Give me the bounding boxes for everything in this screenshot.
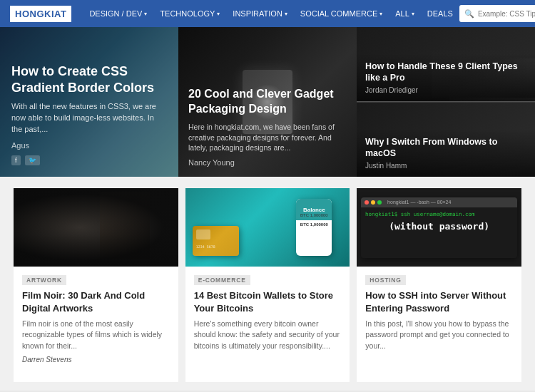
terminal-window: hongkiat1 — -bash — 80×24 hongkiat1$ ssh…	[361, 197, 517, 258]
search-box[interactable]: 🔍	[459, 5, 535, 22]
navigation: HONGKIAT DESIGN / DEV ▾ TECHNOLOGY ▾ INS…	[0, 0, 535, 27]
chevron-down-icon: ▾	[412, 11, 414, 17]
chevron-down-icon: ▾	[379, 11, 382, 17]
article-meta: E-COMMERCE 14 Best Bitcoin Wallets to St…	[185, 267, 350, 356]
credit-card-visual: 1234 5678	[193, 226, 239, 256]
article-thumbnail: hongkiat1 — -bash — 80×24 hongkiat1$ ssh…	[357, 188, 521, 267]
hero-sub-title: Why I Switch From Windows to macOS	[365, 136, 526, 160]
hero-title: How to Create CSS Gradient Border Colors	[11, 63, 167, 96]
twitter-icon: 🐦	[29, 157, 36, 164]
terminal-body: hongkiat1$ ssh username@domain.com (with…	[361, 207, 517, 235]
article-meta: HOSTING How to SSH into Server Without E…	[357, 267, 521, 356]
terminal-titlebar: hongkiat1 — -bash — 80×24	[361, 197, 517, 207]
nav-technology[interactable]: TECHNOLOGY ▾	[153, 0, 226, 27]
nav-deals[interactable]: DEALS	[421, 0, 459, 27]
terminal-minimize-dot	[371, 200, 375, 205]
article-thumbnail	[14, 188, 178, 267]
hero-social-buttons: f 🐦	[11, 155, 167, 165]
search-input[interactable]	[478, 10, 535, 18]
nav-social-commerce[interactable]: SOCIAL COMMERCE ▾	[294, 0, 389, 27]
terminal-prompt: hongkiat1$ ssh username@domain.com	[365, 211, 513, 217]
chevron-down-icon: ▾	[217, 11, 220, 17]
facebook-button[interactable]: f	[11, 155, 21, 165]
article-title: How to SSH into Server Without Entering …	[365, 289, 513, 314]
article-title: 14 Best Bitcoin Wallets to Store Your Bi…	[194, 289, 342, 314]
nav-links: DESIGN / DEV ▾ TECHNOLOGY ▾ INSPIRATION …	[83, 0, 459, 27]
twitter-button[interactable]: 🐦	[25, 155, 40, 165]
article-card-film-noir[interactable]: ARTWORK Film Noir: 30 Dark And Cold Digi…	[14, 188, 178, 382]
article-category: E-COMMERCE	[194, 275, 250, 285]
article-category: ARTWORK	[22, 275, 66, 285]
hero-sub-author: Justin Hamm	[365, 162, 526, 170]
nav-design-dev[interactable]: DESIGN / DEV ▾	[83, 0, 153, 27]
terminal-maximize-dot	[377, 200, 382, 205]
phone-visual: Balance BTC 1,000000	[296, 199, 332, 256]
hero-sub-card-switch[interactable]: Why I Switch From Windows to macOS Justi…	[357, 102, 535, 177]
hero-sub-title: How to Handle These 9 Client Types like …	[365, 61, 526, 84]
chevron-down-icon: ▾	[144, 11, 147, 17]
chevron-down-icon: ▾	[285, 11, 287, 17]
article-card-bitcoin[interactable]: 1234 5678 Balance BTC 1,000000 E-COMMERC…	[185, 188, 350, 382]
hero-description: Here in hongkiat.com, we have been fans …	[188, 122, 347, 153]
terminal-title: hongkiat1 — -bash — 80×24	[387, 200, 451, 205]
hero-sub-author: Jordan Driediger	[365, 86, 526, 94]
facebook-icon: f	[15, 157, 17, 164]
hero-card-2-content: 20 Cool and Clever Gadget Packaging Desi…	[178, 77, 357, 177]
article-description: Film noir is one of the most easily reco…	[22, 319, 170, 351]
hero-section: How to Create CSS Gradient Border Colors…	[0, 27, 535, 177]
hero-sub-card-content: How to Handle These 9 Client Types like …	[357, 53, 535, 102]
hero-author: Agus	[11, 141, 167, 150]
article-category: HOSTING	[365, 275, 405, 285]
article-thumbnail: 1234 5678 Balance BTC 1,000000	[185, 188, 350, 267]
hero-card-packaging[interactable]: 20 Cool and Clever Gadget Packaging Desi…	[178, 27, 357, 177]
hero-card-css-gradient[interactable]: How to Create CSS Gradient Border Colors…	[0, 27, 178, 177]
article-card-ssh[interactable]: hongkiat1 — -bash — 80×24 hongkiat1$ ssh…	[357, 188, 521, 382]
hero-sub-card-client-types[interactable]: How to Handle These 9 Client Types like …	[357, 27, 535, 101]
terminal-output: (without password)	[365, 221, 513, 232]
search-icon: 🔍	[464, 9, 474, 19]
nav-inspiration[interactable]: INSPIRATION ▾	[226, 0, 293, 27]
hero-description: With all the new features in CSS3, we ar…	[11, 101, 167, 135]
hero-sub-card-content: Why I Switch From Windows to macOS Justi…	[357, 129, 535, 177]
article-description: In this post, I'll show you how to bypas…	[365, 319, 513, 351]
article-meta: ARTWORK Film Noir: 30 Dark And Cold Digi…	[14, 267, 178, 363]
site-logo[interactable]: HONGKIAT	[10, 6, 71, 22]
hero-author: Nancy Young	[188, 158, 347, 167]
hero-title: 20 Cool and Clever Gadget Packaging Desi…	[188, 87, 347, 117]
article-author: Darren Stevens	[22, 356, 170, 363]
article-description: Here's something every bitcoin owner sho…	[194, 319, 342, 351]
articles-section: ARTWORK Film Noir: 30 Dark And Cold Digi…	[0, 177, 535, 391]
terminal-close-dot	[365, 200, 369, 205]
hero-card-right: How to Handle These 9 Client Types like …	[357, 27, 535, 177]
article-title: Film Noir: 30 Dark And Cold Digital Artw…	[22, 289, 170, 314]
nav-all[interactable]: ALL ▾	[389, 0, 421, 27]
